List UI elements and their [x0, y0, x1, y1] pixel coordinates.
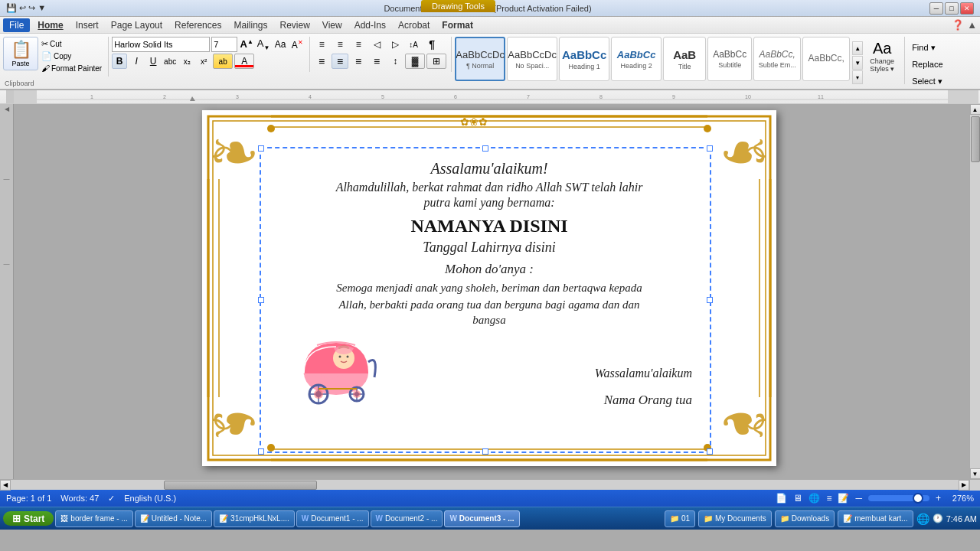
svg-text:9: 9	[672, 94, 675, 99]
align-right-button[interactable]: ≡	[350, 54, 367, 69]
styles-scroll-down[interactable]: ▼	[852, 56, 863, 70]
menu-file[interactable]: File	[3, 18, 30, 32]
taskbar-item-doc3[interactable]: W Document3 - ...	[444, 510, 519, 527]
help-icon: ❓	[952, 19, 964, 31]
styles-scroll-up[interactable]: ▲	[852, 41, 863, 55]
underline-button[interactable]: U	[145, 54, 161, 69]
svg-text:10: 10	[745, 94, 751, 99]
strikethrough-button[interactable]: abc	[162, 54, 178, 69]
select-button[interactable]: Select ▾	[908, 73, 946, 89]
text-highlight-button[interactable]: ab	[213, 54, 233, 69]
language-label[interactable]: English (U.S.)	[124, 494, 176, 503]
style-more[interactable]: AaBbCc,	[802, 37, 850, 81]
taskbar-item-downloads[interactable]: 📁 Downloads	[775, 510, 835, 527]
scroll-right-button[interactable]: ▶	[959, 480, 969, 491]
style-subtle-emph[interactable]: AaBbCc, Subtle Em...	[753, 37, 801, 81]
increase-indent-button[interactable]: ▷	[387, 37, 403, 52]
menu-insert[interactable]: Insert	[70, 18, 105, 32]
vertical-scrollbar[interactable]: ▲ ▼	[969, 104, 980, 479]
line-nama: NAMANYA DISINI	[410, 216, 567, 236]
align-left-button[interactable]: ≡	[313, 54, 330, 69]
taskbar-item-notepad[interactable]: 📝 Untitled - Note...	[135, 510, 212, 527]
scroll-thumb[interactable]	[971, 116, 980, 162]
cut-button[interactable]: ✂ Cut	[40, 38, 103, 50]
zoom-slider[interactable]	[868, 495, 929, 501]
menu-mailings[interactable]: Mailings	[227, 18, 273, 32]
paste-icon: 📋	[11, 40, 31, 60]
maximize-btn[interactable]: □	[945, 2, 959, 15]
view-outline-icon[interactable]: ≡	[826, 493, 831, 504]
multilevel-button[interactable]: ≡	[350, 37, 367, 52]
style-nospacing[interactable]: AaBbCcDc No Spaci...	[507, 37, 557, 81]
replace-button[interactable]: Replace	[908, 57, 946, 72]
clear-format-button[interactable]: A✕	[289, 37, 305, 52]
close-btn[interactable]: ✕	[960, 2, 974, 15]
sort-button[interactable]: ↕A	[405, 37, 422, 52]
horizontal-scroll-thumb[interactable]	[164, 481, 317, 490]
section-break-icon2: —	[4, 260, 10, 267]
menu-acrobat[interactable]: Acrobat	[392, 18, 436, 32]
ribbon: 📋 Paste ✂ Cut 📄 Copy 🖌 Format Painter	[0, 34, 980, 90]
font-size-input[interactable]	[211, 37, 237, 52]
format-painter-button[interactable]: 🖌 Format Painter	[40, 63, 103, 73]
subscript-button[interactable]: x₂	[179, 54, 194, 69]
styles-more-button[interactable]: ▾	[852, 70, 863, 84]
style-subtitle[interactable]: AaBbCc Subtitle	[707, 37, 752, 81]
find-button[interactable]: Find ▾	[908, 40, 946, 55]
numbering-button[interactable]: ≡	[332, 37, 348, 52]
horizontal-scrollbar[interactable]: ◀ ▶	[0, 479, 980, 490]
justify-button[interactable]: ≡	[368, 54, 385, 69]
menu-pagelayout[interactable]: Page Layout	[105, 18, 168, 32]
style-normal[interactable]: AaBbCcDc ¶ Normal	[455, 37, 505, 81]
minimize-btn[interactable]: ─	[929, 2, 943, 15]
zoom-in-btn[interactable]: +	[936, 493, 941, 504]
ie-icon[interactable]: 🌐	[916, 513, 929, 525]
taskbar-item-mydocs[interactable]: 📁 My Documents	[698, 510, 772, 527]
style-heading2[interactable]: AaBbCc Heading 2	[611, 37, 662, 81]
align-center-button[interactable]: ≡	[332, 54, 348, 69]
menu-review[interactable]: Review	[273, 18, 315, 32]
show-hide-button[interactable]: ¶	[423, 37, 440, 52]
menu-format[interactable]: Format	[436, 18, 479, 32]
taskbar-item-folder01[interactable]: 📁 01	[665, 510, 695, 527]
taskbar-item-doc2[interactable]: W Document2 - ...	[371, 510, 443, 527]
style-title[interactable]: AaB Title	[663, 37, 706, 81]
grow-font-button[interactable]: A▲	[239, 37, 254, 52]
scroll-up-button[interactable]: ▲	[970, 104, 981, 115]
borders-button[interactable]: ⊞	[426, 54, 446, 69]
superscript-button[interactable]: x²	[196, 54, 211, 69]
italic-button[interactable]: I	[129, 54, 144, 69]
spell-check-icon[interactable]: ✓	[108, 494, 115, 504]
menu-home[interactable]: Home	[31, 18, 69, 32]
copy-button[interactable]: 📄 Copy	[40, 51, 103, 62]
zoom-out-btn[interactable]: ─	[855, 493, 862, 504]
start-button[interactable]: ⊞ Start	[3, 511, 54, 526]
view-web-icon[interactable]: 🌐	[808, 493, 820, 504]
font-name-input[interactable]	[112, 37, 210, 52]
scroll-left-button[interactable]: ◀	[0, 480, 11, 491]
menu-addins[interactable]: Add-Ins	[348, 18, 392, 32]
view-print-icon[interactable]: 📄	[776, 493, 787, 504]
taskbar-item-31[interactable]: 📝 31cmpHkLNxL....	[214, 510, 295, 527]
view-draft-icon[interactable]: 📝	[838, 493, 849, 504]
shrink-font-button[interactable]: A▼	[256, 37, 271, 52]
taskbar-item-border[interactable]: 🖼 border frame - ...	[55, 510, 132, 527]
change-case-button[interactable]: Aa	[273, 37, 288, 52]
ribbon-collapse-icon[interactable]: ▲	[967, 19, 977, 31]
view-fullscreen-icon[interactable]: 🖥	[793, 493, 802, 504]
style-heading1[interactable]: AaBbCc Heading 1	[559, 37, 609, 81]
decrease-indent-button[interactable]: ◁	[368, 37, 385, 52]
taskbar-item-doc1[interactable]: W Document1 - ...	[296, 510, 369, 527]
bold-button[interactable]: B	[112, 54, 127, 69]
menu-view[interactable]: View	[316, 18, 348, 32]
taskbar-item-membuat[interactable]: 📝 membuat kart...	[838, 510, 913, 527]
menu-references[interactable]: References	[168, 18, 227, 32]
change-styles-button[interactable]: Aa ChangeStyles ▾	[864, 37, 900, 73]
font-color-button[interactable]: A	[234, 54, 254, 69]
page-scroll-area[interactable]: ❧ ❧ ❧ ❧ ✿❀✿	[14, 104, 969, 479]
bullets-button[interactable]: ≡	[313, 37, 330, 52]
scroll-down-button[interactable]: ▼	[970, 468, 981, 479]
paste-button[interactable]: 📋 Paste	[3, 37, 38, 70]
line-spacing-button[interactable]: ↕	[387, 54, 403, 69]
shading-button[interactable]: ▓	[405, 54, 425, 69]
